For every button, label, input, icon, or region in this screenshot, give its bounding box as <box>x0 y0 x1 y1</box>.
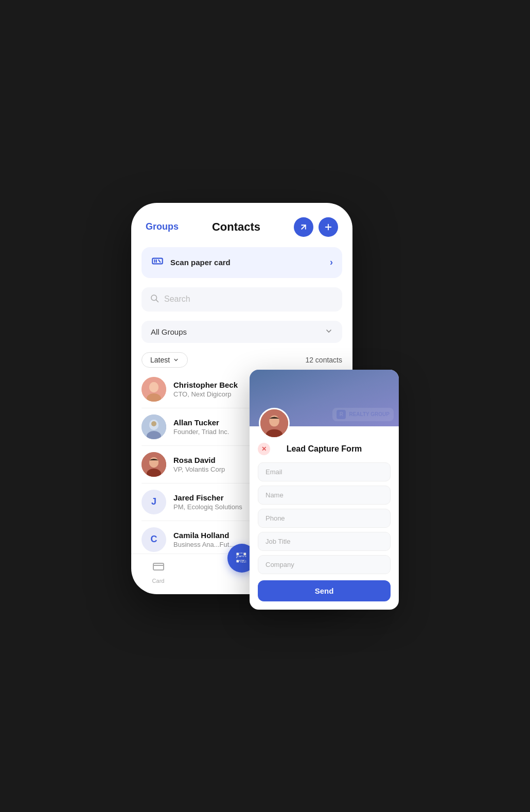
avatar <box>142 414 166 439</box>
svg-rect-31 <box>237 557 237 558</box>
scan-card-left: Scan paper card <box>151 254 231 271</box>
lead-form-close-button[interactable]: ✕ <box>258 443 270 455</box>
lead-form-title: Lead Capture Form <box>287 444 362 454</box>
groups-dropdown-chevron-icon <box>325 327 333 337</box>
sort-row: Latest 12 contacts <box>142 352 342 368</box>
groups-button[interactable]: Groups <box>146 221 179 232</box>
scan-paper-card-button[interactable]: Scan paper card › <box>142 247 342 278</box>
svg-rect-40 <box>242 560 243 561</box>
email-field[interactable]: Email <box>258 462 391 481</box>
svg-rect-37 <box>237 560 239 562</box>
add-contact-button[interactable] <box>319 217 338 237</box>
lead-form-body: ✕ Lead Capture Form Email Name Phone Job… <box>250 426 399 610</box>
svg-rect-27 <box>242 552 243 553</box>
svg-rect-44 <box>242 562 243 562</box>
svg-rect-43 <box>241 561 241 562</box>
christopher-avatar-img <box>142 377 166 402</box>
avatar: C <box>142 527 166 552</box>
svg-rect-33 <box>241 556 242 556</box>
rosa-avatar-img <box>142 452 166 477</box>
svg-rect-24 <box>237 552 239 555</box>
svg-rect-41 <box>244 560 245 560</box>
avatar-initial: C <box>151 534 157 545</box>
contacts-count: 12 contacts <box>305 356 342 364</box>
nav-card[interactable]: Card <box>143 560 174 584</box>
svg-rect-29 <box>237 556 237 556</box>
svg-point-17 <box>151 421 156 426</box>
groups-dropdown[interactable]: All Groups <box>142 321 342 343</box>
card-nav-icon <box>152 560 165 576</box>
svg-point-12 <box>149 382 158 392</box>
scan-card-chevron-icon: › <box>330 257 333 268</box>
svg-line-6 <box>158 260 160 262</box>
svg-rect-34 <box>243 556 243 557</box>
svg-rect-26 <box>241 552 242 553</box>
company-field[interactable]: Company <box>258 555 391 574</box>
lead-form-title-row: ✕ Lead Capture Form <box>258 443 391 455</box>
svg-rect-25 <box>239 552 240 553</box>
svg-line-8 <box>156 300 158 302</box>
svg-rect-39 <box>241 560 242 560</box>
groups-dropdown-label: All Groups <box>151 327 187 336</box>
search-bar[interactable]: Search <box>142 287 342 312</box>
send-button[interactable]: Send <box>258 580 391 601</box>
search-icon <box>150 293 159 305</box>
name-field[interactable]: Name <box>258 486 391 505</box>
svg-rect-36 <box>245 556 246 557</box>
svg-rect-45 <box>244 562 245 562</box>
card-nav-label: Card <box>152 578 165 584</box>
svg-rect-42 <box>245 560 246 561</box>
app-header: Groups Contacts <box>131 203 352 243</box>
svg-rect-28 <box>244 552 246 555</box>
avatar-initial: J <box>151 496 156 507</box>
header-actions <box>294 217 338 237</box>
close-icon: ✕ <box>261 445 267 453</box>
share-button[interactable] <box>294 217 313 237</box>
lead-form-header-image: R REALTY GROUP <box>250 370 399 426</box>
allan-avatar-img <box>142 414 166 439</box>
sort-label: Latest <box>150 356 170 364</box>
scan-card-label: Scan paper card <box>170 258 231 267</box>
svg-rect-30 <box>238 556 238 557</box>
page-title: Contacts <box>212 220 260 234</box>
search-placeholder: Search <box>164 295 190 304</box>
phone-field[interactable]: Phone <box>258 509 391 528</box>
svg-rect-46 <box>245 562 246 562</box>
avatar: J <box>142 490 166 514</box>
svg-rect-38 <box>239 560 240 561</box>
svg-line-0 <box>302 225 306 229</box>
svg-rect-32 <box>239 556 240 557</box>
job-title-field[interactable]: Job Title <box>258 532 391 551</box>
avatar <box>142 377 166 402</box>
lead-capture-form-card: R REALTY GROUP ✕ Lead Capture Form Email… <box>250 370 399 610</box>
avatar <box>142 452 166 477</box>
sort-button[interactable]: Latest <box>142 352 188 368</box>
svg-rect-3 <box>152 258 163 264</box>
svg-rect-35 <box>244 556 245 556</box>
lead-form-avatar <box>259 408 290 439</box>
scan-card-icon <box>151 254 164 271</box>
svg-rect-22 <box>153 563 164 570</box>
